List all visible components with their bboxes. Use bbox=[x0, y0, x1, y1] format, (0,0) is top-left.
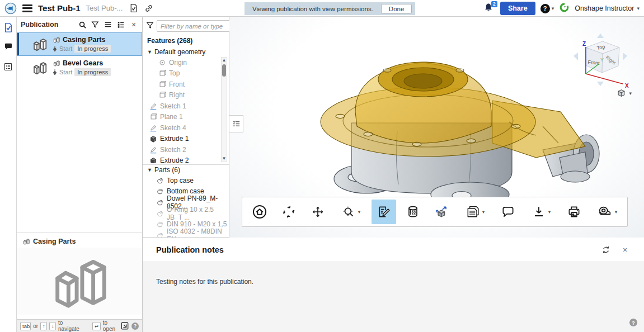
part-studio-icon bbox=[53, 59, 60, 67]
zoom-view-button[interactable]: ▾ bbox=[335, 200, 367, 224]
detail-view-icon[interactable] bbox=[116, 20, 125, 29]
print-button[interactable] bbox=[562, 200, 586, 224]
publication-panel-icon[interactable] bbox=[2, 21, 15, 34]
sketch-icon bbox=[149, 146, 157, 154]
publication-doc-icon[interactable] bbox=[128, 3, 138, 13]
view-home-button[interactable] bbox=[247, 200, 272, 224]
up-key: ↑ bbox=[40, 322, 47, 330]
notifications-bell-icon[interactable]: 2 bbox=[483, 2, 495, 15]
feature-item-extrude-1[interactable]: Extrude 1 bbox=[143, 134, 229, 145]
checklist-panel-icon[interactable] bbox=[2, 60, 15, 73]
close-notes-icon[interactable]: × bbox=[619, 244, 631, 255]
feature-item-sketch-1[interactable]: Sketch 1 bbox=[143, 101, 229, 112]
workflow-label: Start bbox=[59, 45, 72, 52]
enter-key: ↵ bbox=[92, 322, 101, 330]
publication-notes-panel: Publication notes × Testing notes for th… bbox=[143, 238, 644, 332]
part-studio-preview-icon bbox=[46, 248, 112, 314]
banner-done-button[interactable]: Done bbox=[381, 4, 412, 14]
plane-icon bbox=[158, 69, 166, 77]
plane-icon bbox=[158, 91, 166, 99]
top-bar: Test Pub-1 Test Pub-... Viewing publicat… bbox=[0, 0, 644, 17]
chevron-down-icon: ▾ bbox=[548, 209, 551, 215]
hint-text: or bbox=[33, 323, 38, 329]
section-view-button[interactable] bbox=[401, 200, 425, 224]
feature-item-extrude-2[interactable]: Extrude 2 bbox=[143, 155, 229, 164]
default-geometry-group[interactable]: ▼ Default geometry bbox=[143, 47, 229, 57]
feature-item-sketch-4[interactable]: Sketch 4 bbox=[143, 122, 229, 134]
part-icon bbox=[156, 220, 164, 228]
search-icon[interactable] bbox=[78, 20, 87, 29]
list-view-icon[interactable] bbox=[104, 20, 112, 29]
feature-list-panel: Features (268) ▼ Default geometry Origin… bbox=[143, 17, 229, 238]
refresh-icon[interactable] bbox=[600, 244, 612, 255]
scroll-up-icon[interactable]: ▲ bbox=[222, 58, 227, 63]
extrude-icon bbox=[149, 156, 157, 163]
plane-icon bbox=[158, 80, 166, 88]
view-mode-button[interactable]: ▾ bbox=[617, 88, 632, 98]
part-item-o-ring[interactable]: O-Ring 10 x 2.5 JB_T ... bbox=[143, 208, 229, 219]
feature-list-flyout-toggle[interactable] bbox=[229, 115, 243, 132]
z-axis-label: Z bbox=[582, 41, 586, 47]
chevron-down-icon: ▾ bbox=[358, 209, 361, 215]
filter-icon[interactable] bbox=[91, 20, 100, 29]
part-icon bbox=[156, 198, 164, 206]
main-menu-icon[interactable] bbox=[22, 4, 32, 12]
help-icon[interactable]: ? bbox=[629, 319, 637, 326]
notes-title: Publication notes bbox=[156, 245, 224, 254]
item-name: Bevel Gears bbox=[63, 59, 103, 67]
plane-icon bbox=[149, 113, 157, 121]
publication-item-casing-parts[interactable]: Casing Parts Start In progress bbox=[17, 32, 142, 56]
feature-item-sketch-2[interactable]: Sketch 2 bbox=[143, 144, 229, 155]
feature-tree: Origin Top Front Right Sketch 1 Plane 1 bbox=[143, 57, 229, 163]
filter-icon[interactable] bbox=[146, 21, 154, 31]
selected-item-preview: Casing Parts bbox=[17, 233, 142, 315]
parts-group[interactable]: ▼ Parts (6) bbox=[143, 165, 229, 175]
part-item-top-case[interactable]: Top case bbox=[143, 175, 229, 186]
feature-tree-scrollbar[interactable]: ▲ ▼ bbox=[221, 57, 227, 162]
tab-key: tab bbox=[20, 322, 31, 330]
part-studio-icon bbox=[31, 36, 48, 53]
feature-item-top-plane[interactable]: Top bbox=[143, 68, 229, 79]
graphics-viewport[interactable]: Top Front Right Z X Y ▾ bbox=[229, 17, 644, 238]
hint-text: to navigate bbox=[58, 320, 81, 332]
scrollbar-thumb[interactable] bbox=[222, 64, 226, 77]
view-cube[interactable]: Top Front Right Z X Y bbox=[569, 32, 632, 94]
named-views-button[interactable]: ▾ bbox=[459, 200, 491, 224]
pan-view-button[interactable] bbox=[305, 200, 330, 224]
feature-item-plane-1[interactable]: Plane 1 bbox=[143, 112, 229, 123]
publication-notes-button[interactable] bbox=[372, 200, 396, 224]
comment-button[interactable] bbox=[496, 200, 520, 224]
exploded-view-button[interactable] bbox=[430, 200, 454, 224]
comments-panel-icon[interactable] bbox=[2, 41, 15, 53]
onshape-publication-window: Test Pub-1 Test Pub-... Viewing publicat… bbox=[0, 0, 644, 332]
rotate-view-button[interactable] bbox=[276, 200, 301, 224]
measure-button[interactable]: ▾ bbox=[591, 200, 623, 224]
workflow-state-icon bbox=[53, 46, 57, 52]
help-icon: ? bbox=[540, 4, 550, 13]
share-button[interactable]: Share bbox=[500, 2, 535, 15]
link-icon[interactable] bbox=[144, 3, 154, 13]
close-panel-icon[interactable]: × bbox=[129, 20, 138, 29]
export-download-button[interactable]: ▾ bbox=[525, 200, 557, 224]
publication-item-bevel-gears[interactable]: Bevel Gears Start In progress bbox=[17, 56, 142, 79]
item-name: Casing Parts bbox=[63, 36, 105, 44]
chevron-down-icon: ▼ bbox=[147, 49, 152, 55]
feature-item-origin[interactable]: Origin bbox=[143, 57, 229, 68]
features-count-header: Features (268) bbox=[143, 33, 229, 47]
notes-text: Testing notes for this publication. bbox=[156, 278, 253, 286]
feature-item-right-plane[interactable]: Right bbox=[143, 90, 229, 101]
rotate-left-arrow bbox=[574, 53, 578, 60]
user-menu[interactable]: Onshape Instructor ▾ bbox=[575, 4, 640, 12]
expand-panel-icon[interactable] bbox=[121, 322, 129, 330]
feature-item-front-plane[interactable]: Front bbox=[143, 79, 229, 90]
chevron-down-icon: ▾ bbox=[637, 6, 640, 11]
scroll-down-icon[interactable]: ▼ bbox=[222, 156, 227, 162]
left-icon-strip bbox=[0, 17, 17, 332]
view-toolbar: ▾ bbox=[242, 197, 628, 227]
help-menu[interactable]: ? ▾ bbox=[540, 4, 554, 13]
view-permissions-banner: Viewing publication with view permission… bbox=[245, 2, 415, 15]
help-icon[interactable]: ? bbox=[131, 322, 139, 330]
chevron-down-icon: ▾ bbox=[482, 209, 485, 215]
workflow-state-icon bbox=[53, 69, 57, 75]
status-badge: In progress bbox=[74, 45, 111, 53]
